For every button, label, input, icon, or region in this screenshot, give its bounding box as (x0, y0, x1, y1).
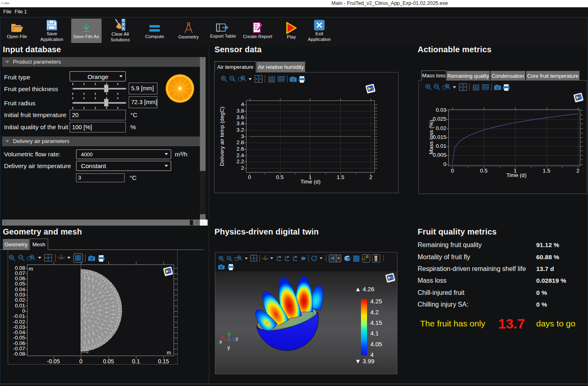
svg-text:yz: yz (287, 255, 289, 258)
svg-text:z: z (236, 336, 238, 342)
svg-text:x: x (219, 339, 222, 345)
svg-text:y: y (227, 344, 230, 350)
svg-text:xy: xy (278, 255, 281, 258)
svg-text:xz: xz (295, 255, 297, 258)
